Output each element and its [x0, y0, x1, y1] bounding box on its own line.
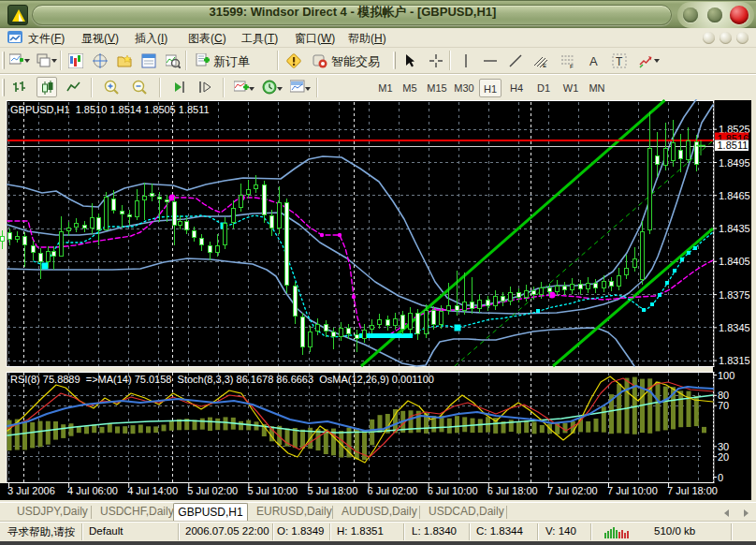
svg-text:4 Jul 06:00: 4 Jul 06:00: [67, 485, 118, 496]
svg-text:5 Jul 10:00: 5 Jul 10:00: [247, 485, 298, 496]
svg-text:1.8511: 1.8511: [718, 140, 749, 151]
svg-text:20: 20: [718, 451, 729, 463]
svg-text:1.8495: 1.8495: [719, 157, 750, 169]
svg-text:70: 70: [718, 400, 729, 411]
svg-text:0: 0: [718, 472, 723, 483]
svg-text:4 Jul 14:00: 4 Jul 14:00: [127, 485, 178, 496]
svg-text:3 Jul 2006: 3 Jul 2006: [7, 485, 55, 496]
svg-text:1.8405: 1.8405: [719, 256, 750, 267]
svg-text:RSI(8) 75.8889 =>MA(14) 75.01: RSI(8) 75.8889 =>MA(14) 75.0158 Stoch(8,…: [10, 374, 434, 385]
svg-text:1.8375: 1.8375: [719, 289, 750, 301]
svg-text:1.8465: 1.8465: [719, 190, 750, 201]
svg-text:100: 100: [718, 370, 734, 381]
svg-text:6 Jul 02:00: 6 Jul 02:00: [368, 485, 418, 496]
svg-text:E: E: [543, 63, 546, 68]
svg-text:7 Jul 10:00: 7 Jul 10:00: [607, 485, 658, 496]
svg-text:A: A: [589, 54, 598, 68]
svg-text:T: T: [616, 55, 623, 68]
svg-text:1.8345: 1.8345: [719, 322, 750, 333]
svg-text:1.8435: 1.8435: [719, 223, 750, 234]
svg-text:F: F: [570, 64, 574, 68]
svg-text:6 Jul 18:00: 6 Jul 18:00: [487, 485, 538, 496]
svg-text:6 Jul 10:00: 6 Jul 10:00: [428, 485, 478, 496]
svg-text:1.8315: 1.8315: [719, 355, 750, 366]
svg-text:7 Jul 18:00: 7 Jul 18:00: [667, 485, 718, 496]
svg-text:5 Jul 02:00: 5 Jul 02:00: [187, 485, 238, 496]
svg-text:7 Jul 02:00: 7 Jul 02:00: [547, 485, 598, 496]
svg-text:5 Jul 18:00: 5 Jul 18:00: [308, 485, 358, 496]
svg-text:GBPUSD,H1 1.8510 1.8514 1.850: GBPUSD,H1 1.8510 1.8514 1.8505 1.8511: [10, 104, 210, 115]
